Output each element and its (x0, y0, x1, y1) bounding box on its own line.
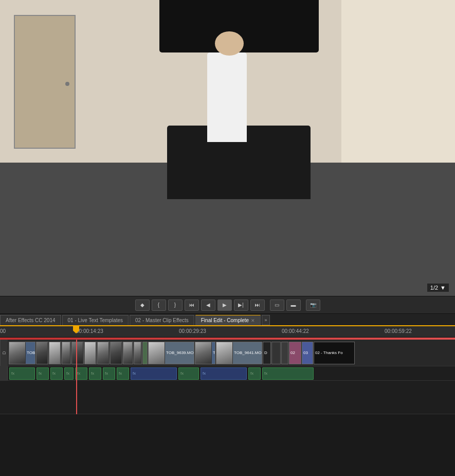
thumb-tob3 (49, 342, 61, 364)
thumb-tob9639 (149, 342, 165, 364)
clip-green2[interactable] (134, 342, 142, 364)
track-area: D TOB_9620 (0, 340, 455, 414)
fx-icon-8: fx (117, 371, 123, 376)
overwrite-button[interactable]: ▬ (286, 299, 301, 311)
clip-tob9641-label: TOB_9641.MOV (233, 350, 262, 355)
fx-icon-3: fx (51, 371, 57, 376)
clip-02[interactable]: 02 (289, 342, 301, 364)
clip-tob9620[interactable]: TOB_9620 (9, 342, 35, 364)
empty-track-area (0, 381, 455, 414)
tc-start: 00 (0, 328, 6, 334)
audio-track-content-1[interactable]: fx fx fx fx fx fx fx fx fx fx fx fx fx (8, 366, 455, 380)
clip-dark-d[interactable]: D (263, 342, 271, 364)
tc-2: 00:00:29:23 (179, 328, 206, 334)
clip-small1[interactable] (271, 342, 281, 364)
thumb-tob9641 (216, 342, 233, 364)
tabs-bar: After Effects CC 2014 01 - Live Text Tem… (0, 314, 455, 326)
clip-tob6[interactable] (84, 342, 97, 364)
audio-clip-13[interactable]: fx (262, 367, 314, 380)
timeline-ruler: 00 00:00:14:23 00:00:29:23 00:00:44:22 0… (0, 326, 455, 338)
audio-clip-12[interactable]: fx (248, 367, 261, 380)
go-start-button[interactable]: ⏮ (185, 299, 199, 311)
audio-clip-8[interactable]: fx (117, 367, 129, 380)
clip-03[interactable]: 03 (302, 342, 313, 364)
step-back-button[interactable]: ◀ (201, 299, 215, 311)
audio-clip-6[interactable]: fx (89, 367, 101, 380)
tab-final-close[interactable]: ✕ (251, 318, 255, 323)
clip-tob2[interactable] (36, 342, 48, 364)
audio-clip-11[interactable]: fx (201, 367, 247, 380)
timestamp-chevron[interactable]: ▼ (440, 285, 446, 291)
thumb-green2 (134, 342, 141, 364)
audio-clip-7[interactable]: fx (103, 367, 115, 380)
audio-clip-2[interactable]: fx (37, 367, 49, 380)
timestamp-overlay: 1/2 ▼ (427, 284, 449, 292)
fx-icon-6: fx (89, 371, 96, 376)
clip-02-label: 02 (289, 350, 296, 355)
fx-icon-10: fx (179, 371, 185, 376)
clip-tob9[interactable]: TOB_9 (195, 342, 215, 364)
thumb-tob9620 (9, 342, 26, 364)
audio-clip-10[interactable]: fx (178, 367, 199, 380)
clip-02-thanks[interactable]: 02 - Thanks Fo (314, 342, 355, 364)
thumb-tob7 (98, 342, 109, 364)
mark-out-button[interactable]: } (168, 299, 183, 311)
audio-track-row-1: fx fx fx fx fx fx fx fx fx fx fx fx fx (0, 366, 455, 381)
audio-clip-9[interactable]: fx (131, 367, 177, 380)
audio-clip-4[interactable]: fx (64, 367, 74, 380)
tab-master[interactable]: 02 - Master Clip Effects (130, 315, 194, 325)
fx-icon-4: fx (65, 371, 71, 376)
clip-small2[interactable] (281, 342, 288, 364)
thumb-tob9 (195, 342, 212, 364)
video-preview: 1/2 ▼ (0, 0, 455, 296)
clip-tob5[interactable] (71, 342, 84, 364)
mark-in-button[interactable]: ◆ (135, 299, 150, 311)
person-area (159, 44, 319, 207)
thumb-tob6 (85, 342, 96, 364)
track-label-v1: D (0, 340, 8, 366)
tab-ae[interactable]: After Effects CC 2014 (0, 315, 61, 325)
audio-clip-1[interactable]: fx (9, 367, 35, 380)
door-handle (65, 82, 69, 86)
camera-button[interactable]: 📷 (306, 299, 320, 311)
step-fwd-button[interactable]: ▶| (234, 299, 248, 311)
fx-icon-12: fx (249, 371, 255, 376)
fx-icon-13: fx (263, 371, 269, 376)
tab-overflow[interactable]: » (262, 315, 270, 325)
tc-3: 00:00:44:22 (282, 328, 309, 334)
clip-green1[interactable] (123, 342, 133, 364)
play-button[interactable]: ▶ (217, 299, 232, 311)
door (14, 15, 76, 149)
fx-icon-9: fx (131, 371, 137, 376)
video-canvas (0, 0, 455, 296)
fx-icon-1: fx (10, 371, 16, 376)
tab-final[interactable]: Final Edit - Complete ✕ (195, 315, 261, 325)
person-body (207, 52, 247, 142)
clip-green3[interactable] (142, 342, 148, 364)
go-end-button[interactable]: ⏭ (250, 299, 265, 311)
tab-live-label: 01 - Live Text Templates (68, 318, 123, 323)
timeline-controls: ◆ { } ⏮ ◀ ▶ ▶| ⏭ ▭ ▬ 📷 (0, 296, 455, 314)
clip-tob9639[interactable]: TOB_9639.MOV (148, 342, 194, 364)
thumb-green1 (123, 342, 133, 364)
tc-1: 00:00:14:23 (76, 328, 103, 334)
mark-in2-button[interactable]: { (152, 299, 166, 311)
clip-03-label: 03 (302, 350, 309, 355)
audio-clip-5[interactable]: fx (75, 367, 87, 380)
thumb-tob4 (62, 342, 70, 364)
clip-tob9-label: TOB_9 (212, 350, 215, 355)
clip-dark-d-label: D (263, 350, 268, 355)
tab-live[interactable]: 01 - Live Text Templates (62, 315, 129, 325)
audio-clip-3[interactable]: fx (50, 367, 63, 380)
thumb-tob2 (37, 342, 48, 364)
tc-4: 00:00:59:22 (385, 328, 412, 334)
tab-final-label: Final Edit - Complete (201, 318, 249, 323)
clip-tob4[interactable] (62, 342, 71, 364)
clip-tob8[interactable] (110, 342, 122, 364)
track-content-v1[interactable]: TOB_9620 (8, 340, 455, 366)
insert-button[interactable]: ▭ (270, 299, 284, 311)
clip-tob9641[interactable]: TOB_9641.MOV (216, 342, 262, 364)
clip-tob7[interactable] (97, 342, 110, 364)
fx-icon-11: fx (201, 371, 207, 376)
clip-tob3[interactable] (49, 342, 61, 364)
